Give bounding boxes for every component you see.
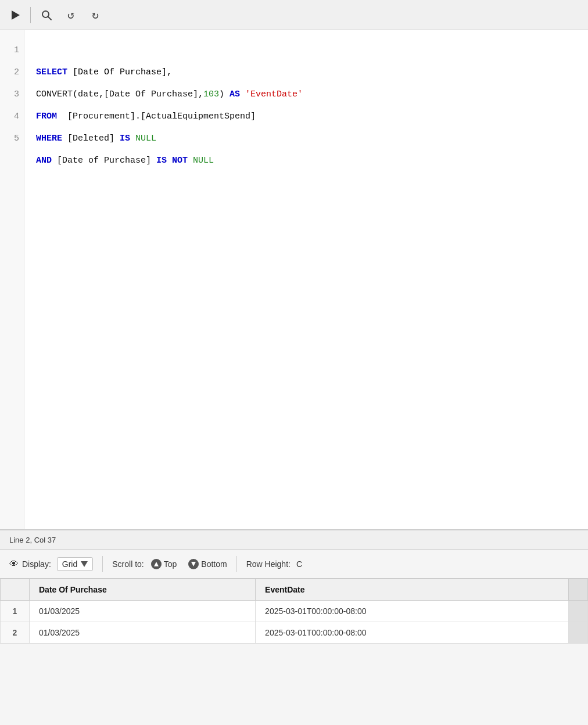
table-row: 1 01/03/2025 2025-03-01T00:00:00-08:00	[1, 601, 588, 622]
scroll-label: Scroll to:	[112, 559, 144, 569]
table-header-row: Date Of Purchase EventDate	[1, 579, 588, 601]
editor-toolbar: ↺ ↻	[0, 0, 588, 30]
code-content[interactable]: SELECT [Date Of Purchase], CONVERT(date,…	[24, 30, 588, 529]
svg-marker-5	[191, 562, 196, 566]
cell-eventdate-2: 2025-03-01T00:00:00-08:00	[256, 622, 569, 644]
line-numbers: 1 2 3 4 5	[0, 30, 24, 529]
cell-date-2: 01/03/2025	[30, 622, 256, 644]
scrollbar-cell-2	[569, 622, 588, 644]
results-toolbar: 👁 Display: Grid Scroll to: Top Bottom Ro…	[0, 550, 588, 579]
toolbar-divider	[30, 7, 31, 23]
status-bar: Line 2, Col 37	[0, 530, 588, 550]
col-header-rownum	[1, 579, 30, 601]
scroll-top-label: Top	[164, 559, 177, 569]
display-select-wrapper[interactable]: Grid	[57, 557, 93, 571]
scroll-up-icon	[151, 559, 162, 569]
row-num-1: 1	[1, 601, 30, 622]
undo-button[interactable]: ↺	[62, 6, 80, 24]
scroll-down-icon	[188, 559, 199, 569]
cell-date-1: 01/03/2025	[30, 601, 256, 622]
cell-eventdate-1: 2025-03-01T00:00:00-08:00	[256, 601, 569, 622]
col-header-event-date: EventDate	[256, 579, 569, 601]
eye-icon: 👁	[9, 559, 19, 569]
results-table: Date Of Purchase EventDate 1 01/03/2025 …	[0, 579, 588, 644]
redo-button[interactable]: ↻	[87, 6, 104, 24]
cursor-position: Line 2, Col 37	[9, 536, 56, 544]
scroll-bottom-label: Bottom	[201, 559, 227, 569]
col-header-date-of-purchase: Date Of Purchase	[30, 579, 256, 601]
row-height-value: C	[296, 559, 302, 569]
table-row: 2 01/03/2025 2025-03-01T00:00:00-08:00	[1, 622, 588, 644]
run-button[interactable]	[7, 7, 23, 23]
svg-line-2	[48, 16, 52, 20]
display-label: Display:	[22, 559, 51, 569]
scroll-bottom-button[interactable]: Bottom	[188, 559, 227, 569]
search-button[interactable]	[38, 6, 55, 24]
display-value: Grid	[62, 559, 77, 569]
row-height-label: Row Height:	[246, 559, 291, 569]
scrollbar-header	[569, 579, 588, 601]
code-editor: 1 2 3 4 5 SELECT [Date Of Purchase], CON…	[0, 30, 588, 530]
row-num-2: 2	[1, 622, 30, 644]
scrollbar-cell-1	[569, 601, 588, 622]
svg-marker-3	[81, 561, 88, 567]
svg-marker-4	[154, 562, 159, 566]
scroll-top-button[interactable]: Top	[151, 559, 177, 569]
results-table-wrapper: Date Of Purchase EventDate 1 01/03/2025 …	[0, 579, 588, 644]
separator-2	[236, 556, 237, 572]
svg-marker-0	[12, 10, 20, 20]
separator-1	[102, 556, 103, 572]
dropdown-arrow-icon	[81, 559, 88, 569]
